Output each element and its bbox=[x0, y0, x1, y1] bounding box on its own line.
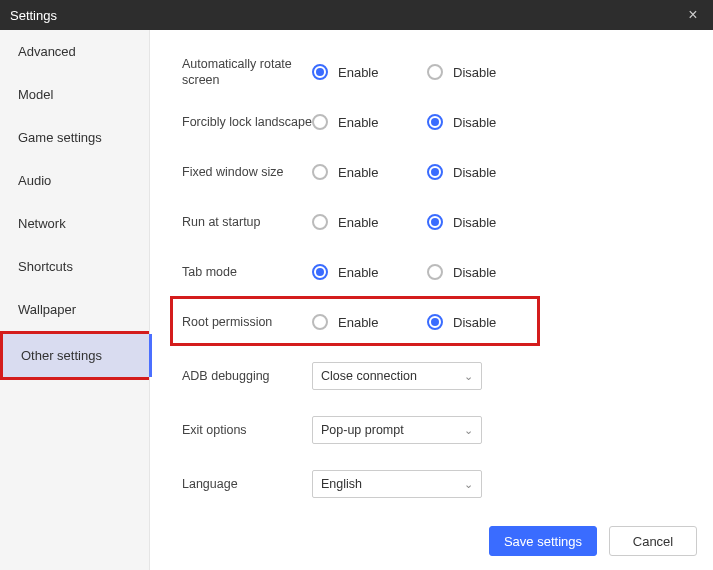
radio-text: Disable bbox=[453, 265, 496, 280]
sidebar-item-label: Game settings bbox=[18, 130, 102, 145]
radio-icon bbox=[427, 114, 443, 130]
sidebar-item-game-settings[interactable]: Game settings bbox=[0, 116, 149, 159]
chevron-down-icon: ⌄ bbox=[464, 478, 473, 491]
radio-text: Disable bbox=[453, 115, 496, 130]
radio-text: Disable bbox=[453, 315, 496, 330]
sidebar-item-label: Other settings bbox=[21, 348, 102, 363]
row-run-startup: Run at startup Enable Disable bbox=[182, 200, 703, 244]
main-area: Advanced Model Game settings Audio Netwo… bbox=[0, 30, 713, 570]
window-title: Settings bbox=[10, 8, 683, 23]
select-value: Close connection bbox=[321, 369, 417, 383]
sidebar-item-other-settings[interactable]: Other settings bbox=[0, 331, 149, 380]
row-exit-options: Exit options Pop-up prompt ⌄ bbox=[182, 408, 703, 452]
radio-text: Disable bbox=[453, 165, 496, 180]
radio-icon bbox=[312, 314, 328, 330]
radio-text: Disable bbox=[453, 65, 496, 80]
row-lock-landscape: Forcibly lock landscape Enable Disable bbox=[182, 100, 703, 144]
radio-disable[interactable]: Disable bbox=[427, 314, 542, 330]
radio-icon bbox=[427, 314, 443, 330]
radio-icon bbox=[427, 264, 443, 280]
exit-select[interactable]: Pop-up prompt ⌄ bbox=[312, 416, 482, 444]
radio-group: Enable Disable bbox=[312, 314, 542, 330]
row-label: Forcibly lock landscape bbox=[182, 114, 312, 130]
titlebar: Settings × bbox=[0, 0, 713, 30]
radio-text: Enable bbox=[338, 265, 378, 280]
chevron-down-icon: ⌄ bbox=[464, 424, 473, 437]
radio-enable[interactable]: Enable bbox=[312, 214, 427, 230]
sidebar-item-advanced[interactable]: Advanced bbox=[0, 30, 149, 73]
row-label: Language bbox=[182, 476, 312, 492]
radio-group: Enable Disable bbox=[312, 64, 542, 80]
chevron-down-icon: ⌄ bbox=[464, 370, 473, 383]
row-fixed-window: Fixed window size Enable Disable bbox=[182, 150, 703, 194]
row-language: Language English ⌄ bbox=[182, 462, 703, 506]
sidebar: Advanced Model Game settings Audio Netwo… bbox=[0, 30, 150, 570]
radio-text: Enable bbox=[338, 215, 378, 230]
radio-group: Enable Disable bbox=[312, 164, 542, 180]
sidebar-item-label: Shortcuts bbox=[18, 259, 73, 274]
sidebar-item-label: Audio bbox=[18, 173, 51, 188]
radio-icon bbox=[427, 214, 443, 230]
radio-icon bbox=[312, 114, 328, 130]
button-label: Save settings bbox=[504, 534, 582, 549]
content-panel: Automatically rotate screen Enable Disab… bbox=[150, 30, 713, 570]
sidebar-item-wallpaper[interactable]: Wallpaper bbox=[0, 288, 149, 331]
radio-icon bbox=[312, 64, 328, 80]
radio-icon bbox=[312, 214, 328, 230]
row-label: Root permission bbox=[182, 314, 312, 330]
radio-text: Enable bbox=[338, 165, 378, 180]
radio-group: Enable Disable bbox=[312, 214, 542, 230]
save-button[interactable]: Save settings bbox=[489, 526, 597, 556]
radio-text: Disable bbox=[453, 215, 496, 230]
radio-group: Enable Disable bbox=[312, 264, 542, 280]
radio-icon bbox=[427, 64, 443, 80]
radio-icon bbox=[312, 164, 328, 180]
sidebar-item-label: Model bbox=[18, 87, 53, 102]
row-adb-debugging: ADB debugging Close connection ⌄ bbox=[182, 354, 703, 398]
button-label: Cancel bbox=[633, 534, 673, 549]
radio-enable[interactable]: Enable bbox=[312, 264, 427, 280]
row-root-permission: Root permission Enable Disable bbox=[182, 300, 703, 344]
row-label: Fixed window size bbox=[182, 164, 312, 180]
sidebar-item-label: Wallpaper bbox=[18, 302, 76, 317]
radio-text: Enable bbox=[338, 315, 378, 330]
sidebar-item-shortcuts[interactable]: Shortcuts bbox=[0, 245, 149, 288]
radio-text: Enable bbox=[338, 115, 378, 130]
radio-disable[interactable]: Disable bbox=[427, 64, 542, 80]
radio-enable[interactable]: Enable bbox=[312, 114, 427, 130]
row-label: Exit options bbox=[182, 422, 312, 438]
radio-disable[interactable]: Disable bbox=[427, 114, 542, 130]
radio-enable[interactable]: Enable bbox=[312, 314, 427, 330]
row-tab-mode: Tab mode Enable Disable bbox=[182, 250, 703, 294]
radio-enable[interactable]: Enable bbox=[312, 64, 427, 80]
close-icon[interactable]: × bbox=[683, 6, 703, 24]
row-label: Run at startup bbox=[182, 214, 312, 230]
row-label: Automatically rotate screen bbox=[182, 56, 312, 89]
sidebar-item-model[interactable]: Model bbox=[0, 73, 149, 116]
radio-enable[interactable]: Enable bbox=[312, 164, 427, 180]
sidebar-item-label: Network bbox=[18, 216, 66, 231]
radio-icon bbox=[427, 164, 443, 180]
cancel-button[interactable]: Cancel bbox=[609, 526, 697, 556]
select-value: English bbox=[321, 477, 362, 491]
footer-buttons: Save settings Cancel bbox=[489, 526, 697, 556]
radio-text: Enable bbox=[338, 65, 378, 80]
row-label: ADB debugging bbox=[182, 368, 312, 384]
radio-icon bbox=[312, 264, 328, 280]
sidebar-item-label: Advanced bbox=[18, 44, 76, 59]
radio-disable[interactable]: Disable bbox=[427, 214, 542, 230]
adb-select[interactable]: Close connection ⌄ bbox=[312, 362, 482, 390]
radio-disable[interactable]: Disable bbox=[427, 164, 542, 180]
radio-disable[interactable]: Disable bbox=[427, 264, 542, 280]
row-auto-rotate: Automatically rotate screen Enable Disab… bbox=[182, 50, 703, 94]
radio-group: Enable Disable bbox=[312, 114, 542, 130]
sidebar-item-audio[interactable]: Audio bbox=[0, 159, 149, 202]
select-value: Pop-up prompt bbox=[321, 423, 404, 437]
language-select[interactable]: English ⌄ bbox=[312, 470, 482, 498]
sidebar-item-network[interactable]: Network bbox=[0, 202, 149, 245]
row-label: Tab mode bbox=[182, 264, 312, 280]
